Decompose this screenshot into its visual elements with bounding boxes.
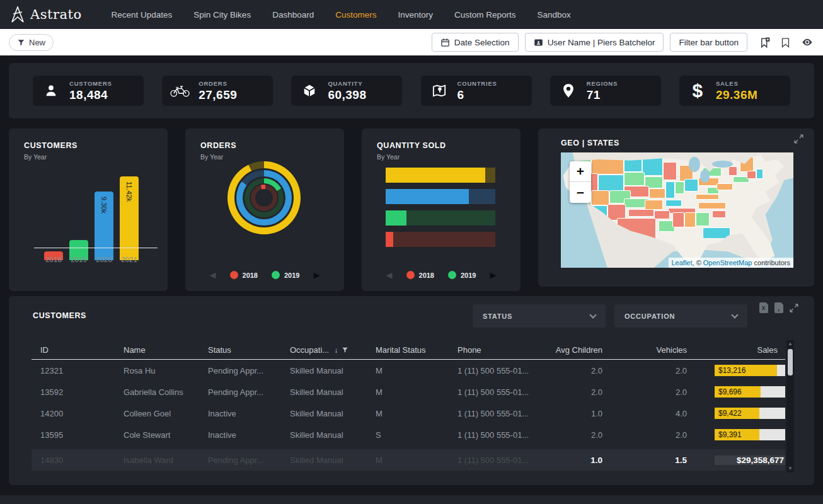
us-state[interactable] bbox=[598, 175, 624, 192]
legend-item-2019[interactable]: 2019 bbox=[272, 271, 299, 279]
table-row[interactable]: 13595Cole StewartInactiveSkilled ManualS… bbox=[32, 424, 785, 445]
us-state[interactable] bbox=[665, 181, 675, 198]
occupation-filter-dropdown[interactable]: OCCUPATION bbox=[614, 304, 747, 328]
package-icon bbox=[291, 84, 328, 98]
table-scrollbar[interactable]: ▲ ▼ bbox=[786, 340, 794, 472]
nav-item-custom-reports[interactable]: Custom Reports bbox=[444, 10, 527, 20]
us-state[interactable] bbox=[675, 181, 684, 194]
user-button[interactable]: User Name | Piers Batchelor bbox=[525, 33, 664, 52]
date-selection-button[interactable]: Date Selection bbox=[432, 33, 519, 52]
us-state[interactable] bbox=[663, 162, 677, 180]
us-state[interactable] bbox=[728, 166, 738, 176]
leaflet-link[interactable]: Leaflet bbox=[672, 259, 693, 266]
funnel-icon[interactable] bbox=[342, 346, 348, 353]
us-state[interactable] bbox=[654, 210, 670, 220]
status-filter-label: STATUS bbox=[483, 312, 512, 320]
col-header-avg-children[interactable]: Avg Children bbox=[553, 345, 610, 355]
kpi-card-quantity[interactable]: QUANTITY60,398 bbox=[291, 76, 402, 106]
col-header-marital-status[interactable]: Marital Status bbox=[376, 345, 458, 355]
expand-icon[interactable] bbox=[789, 303, 799, 313]
astrato-logo-icon bbox=[10, 6, 25, 23]
col-header-occupati-[interactable]: Occupati...↓ bbox=[290, 345, 376, 355]
us-state[interactable] bbox=[591, 190, 610, 205]
expand-icon[interactable] bbox=[793, 134, 804, 144]
zoom-in-button[interactable]: + bbox=[570, 161, 591, 182]
us-state[interactable] bbox=[712, 210, 726, 219]
nav-item-customers[interactable]: Customers bbox=[325, 10, 387, 20]
bookmark-add-icon[interactable] bbox=[759, 37, 771, 49]
scroll-down-icon[interactable]: ▼ bbox=[788, 465, 793, 472]
astrato-logo[interactable]: Astrato bbox=[10, 6, 82, 23]
status-filter-dropdown[interactable]: STATUS bbox=[473, 304, 606, 328]
us-state[interactable] bbox=[624, 172, 645, 186]
legend-prev-button[interactable]: ◀ bbox=[210, 270, 216, 280]
us-state[interactable] bbox=[747, 171, 756, 179]
us-states-map[interactable]: + − Leaflet, © OpenStreetMap contributor… bbox=[561, 152, 793, 268]
us-state[interactable] bbox=[628, 209, 654, 217]
legend-item-2018[interactable]: 2018 bbox=[406, 271, 434, 279]
us-state[interactable] bbox=[672, 212, 684, 227]
sales-value: $9,696 bbox=[718, 387, 742, 396]
col-header-status[interactable]: Status bbox=[208, 345, 290, 355]
us-state[interactable] bbox=[696, 212, 710, 226]
cell: 2.0 bbox=[610, 387, 694, 397]
qty-bar-2019[interactable] bbox=[386, 210, 495, 226]
cell: Skilled Manual bbox=[290, 430, 376, 440]
col-header-id[interactable]: ID bbox=[40, 345, 124, 355]
donut-hole bbox=[255, 189, 273, 207]
us-state[interactable] bbox=[684, 212, 696, 227]
export-excel-icon[interactable]: X bbox=[759, 302, 768, 313]
nav-item-recent-updates[interactable]: Recent Updates bbox=[101, 10, 183, 20]
orders-chart-panel: ORDERS By Year ◀20182019▶ bbox=[185, 129, 344, 291]
bar-2020[interactable]: 9.30k bbox=[95, 192, 113, 260]
export-csv-icon[interactable]: , bbox=[774, 302, 783, 313]
table-row[interactable]: 12321Rosa HuPending Appr...Skilled Manua… bbox=[32, 360, 785, 381]
col-header-vehicles[interactable]: Vehicles bbox=[610, 345, 694, 355]
nav-item-sandbox[interactable]: Sandbox bbox=[527, 10, 582, 20]
legend-next-button[interactable]: ▶ bbox=[490, 270, 496, 280]
kpi-card-regions[interactable]: REGIONS71 bbox=[550, 76, 661, 106]
legend-item-2018[interactable]: 2018 bbox=[230, 271, 258, 279]
kpi-card-customers[interactable]: CUSTOMERS18,484 bbox=[33, 76, 144, 106]
zoom-out-button[interactable]: − bbox=[570, 182, 591, 203]
kpi-card-orders[interactable]: ORDERS27,659 bbox=[162, 76, 273, 106]
us-state[interactable] bbox=[684, 179, 698, 192]
donut-ring-2019[interactable] bbox=[245, 178, 284, 217]
filter-toolbar: New Date Selection User Name | Piers Bat… bbox=[0, 29, 823, 55]
donut-ring-2020[interactable] bbox=[236, 170, 292, 226]
legend-prev-button[interactable]: ◀ bbox=[386, 270, 393, 280]
kpi-card-sales[interactable]: $SALES29.36M bbox=[679, 76, 790, 106]
new-filter-button[interactable]: New bbox=[9, 34, 54, 51]
us-state[interactable] bbox=[696, 194, 719, 200]
table-row[interactable]: 13592Gabriella CollinsPending Appr...Ski… bbox=[32, 381, 785, 403]
table-row[interactable]: 14200Colleen GoelInactiveSkilled ManualM… bbox=[32, 403, 785, 424]
bookmark-icon[interactable] bbox=[780, 37, 791, 49]
us-state[interactable] bbox=[756, 169, 763, 179]
col-header-sales[interactable]: Sales bbox=[694, 345, 785, 355]
nav-item-spin-city-bikes[interactable]: Spin City Bikes bbox=[183, 10, 262, 20]
col-header-name[interactable]: Name bbox=[124, 345, 208, 355]
legend-item-2019[interactable]: 2019 bbox=[448, 271, 476, 279]
scroll-up-icon[interactable]: ▲ bbox=[788, 340, 793, 348]
sort-desc-icon[interactable]: ↓ bbox=[334, 346, 338, 355]
col-header-phone[interactable]: Phone bbox=[458, 345, 553, 355]
qty-bar-2018[interactable] bbox=[386, 232, 495, 247]
nav-item-dashboard[interactable]: Dashboard bbox=[262, 10, 325, 20]
us-state[interactable] bbox=[649, 188, 665, 198]
eye-icon[interactable] bbox=[800, 37, 814, 48]
us-state[interactable] bbox=[665, 200, 682, 207]
qty-bar-2021[interactable] bbox=[386, 168, 495, 183]
nav-item-inventory[interactable]: Inventory bbox=[387, 10, 444, 20]
legend-next-button[interactable]: ▶ bbox=[313, 270, 319, 280]
qty-bar-2020[interactable] bbox=[386, 189, 495, 204]
filter-bar-button[interactable]: Filter bar button bbox=[670, 33, 747, 52]
scrollbar-thumb[interactable] bbox=[788, 349, 793, 375]
us-state[interactable] bbox=[698, 202, 726, 209]
osm-link[interactable]: OpenStreetMap bbox=[703, 259, 752, 266]
donut-ring-2018[interactable] bbox=[251, 185, 277, 211]
kpi-card-countries[interactable]: COUNTRIES6 bbox=[421, 76, 532, 106]
us-state[interactable] bbox=[717, 183, 733, 190]
us-state[interactable] bbox=[698, 178, 719, 186]
donut-ring-2021[interactable] bbox=[227, 161, 301, 234]
ghost-cell: Pending Appr... bbox=[208, 455, 290, 465]
